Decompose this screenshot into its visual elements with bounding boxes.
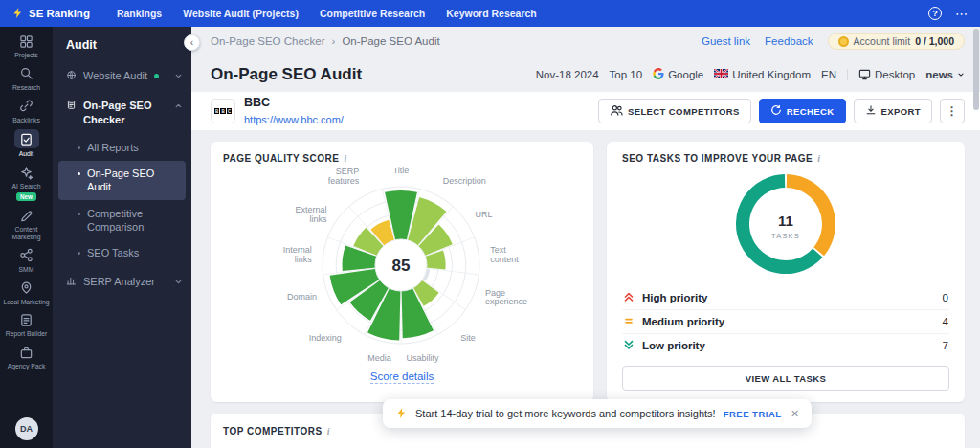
info-icon[interactable]: i bbox=[344, 153, 346, 164]
topbar-nav-keyword-research[interactable]: Keyword Research bbox=[446, 8, 537, 19]
kebab-menu-button[interactable]: ⋮ bbox=[940, 99, 965, 123]
rail-item-report-builder[interactable]: Report Builder bbox=[0, 308, 53, 341]
svg-text:Internallinks: Internallinks bbox=[283, 245, 313, 264]
bullet-icon bbox=[78, 172, 80, 175]
trial-toast: Start 14-day trial to get more keywords … bbox=[383, 399, 812, 428]
guest-link[interactable]: Guest link bbox=[702, 35, 750, 47]
site-url-link[interactable]: https://www.bbc.com/ bbox=[244, 114, 344, 125]
keyword-selector[interactable]: news bbox=[925, 69, 965, 80]
toast-text: Start 14-day trial to get more keywords … bbox=[415, 408, 716, 419]
rail-item-backlinks[interactable]: Backlinks bbox=[0, 95, 53, 127]
breadcrumb-row: On-Page SEO Checker › On-Page SEO Audit … bbox=[191, 27, 980, 56]
quality-card-header: PAGE QUALITY SCORE i bbox=[223, 153, 581, 164]
sidebar-item-competitive-comparison[interactable]: Competitive Comparison bbox=[58, 201, 186, 240]
view-all-tasks-button[interactable]: VIEW ALL TASKS bbox=[622, 366, 949, 391]
svg-text:Usability: Usability bbox=[406, 353, 439, 363]
topbar-nav-rankings[interactable]: Rankings bbox=[117, 8, 162, 19]
account-limit-pill[interactable]: Account limit 0 / 1,000 bbox=[828, 33, 965, 50]
sidebar-list: Website AuditOn-Page SEO CheckerAll Repo… bbox=[53, 61, 191, 297]
grid-icon bbox=[15, 33, 38, 50]
topbar-nav: RankingsWebsite Audit (Projects)Competit… bbox=[117, 8, 537, 19]
cards-row: PAGE QUALITY SCORE i 85TitleDescriptionU… bbox=[191, 130, 980, 402]
sidebar-item-on-page-seo-audit[interactable]: On-Page SEO Audit bbox=[58, 161, 186, 200]
content-icon bbox=[15, 207, 38, 224]
topbar-nav-competitive-research[interactable]: Competitive Research bbox=[320, 8, 425, 19]
sidebar-item-serp-analyzer[interactable]: SERP Analyzer bbox=[53, 267, 191, 297]
report-date[interactable]: Nov-18 2024 bbox=[536, 69, 599, 80]
smm-icon bbox=[15, 247, 38, 264]
new-badge: New bbox=[16, 192, 36, 201]
country-selector[interactable]: United Kingdom bbox=[714, 69, 811, 80]
recheck-button[interactable]: RECHECK bbox=[759, 99, 846, 123]
free-trial-link[interactable]: FREE TRIAL bbox=[724, 409, 782, 419]
svg-text:Domain: Domain bbox=[287, 292, 317, 302]
icon-rail: ProjectsResearchBacklinksAuditAI SearchN… bbox=[0, 27, 53, 448]
equals-icon bbox=[623, 315, 635, 328]
briefcase-icon bbox=[15, 344, 38, 361]
seo-tasks-card: SEO TASKS TO IMPROVE YOUR PAGE i 11TASKS… bbox=[607, 142, 965, 402]
more-options-icon[interactable]: ⋯ bbox=[955, 8, 969, 20]
sidebar: Audit Website AuditOn-Page SEO CheckerAl… bbox=[53, 27, 191, 448]
svg-text:Indexing: Indexing bbox=[309, 333, 342, 343]
svg-text:TASKS: TASKS bbox=[771, 232, 800, 240]
user-avatar[interactable]: DA bbox=[15, 417, 38, 440]
export-button[interactable]: EXPORT bbox=[854, 99, 932, 123]
topbar-right: ? ⋯ bbox=[928, 7, 969, 20]
rail-item-research[interactable]: Research bbox=[0, 62, 53, 95]
chevrons-down-icon bbox=[623, 339, 635, 352]
globe-icon bbox=[66, 70, 77, 83]
chevron-down-icon bbox=[174, 70, 183, 83]
brand[interactable]: SE Ranking bbox=[11, 7, 90, 21]
score-details-link[interactable]: Score details bbox=[370, 370, 434, 384]
device-selector[interactable]: Desktop bbox=[858, 68, 915, 82]
topbar-nav-website-audit-projects[interactable]: Website Audit (Projects) bbox=[183, 8, 299, 19]
sidebar-item-seo-tasks[interactable]: SEO Tasks bbox=[58, 240, 186, 265]
rail-item-local-marketing[interactable]: Local Marketing bbox=[0, 277, 53, 309]
help-icon[interactable]: ? bbox=[928, 7, 942, 20]
sidebar-collapse-button[interactable]: ‹ bbox=[184, 34, 200, 51]
svg-text:Site: Site bbox=[460, 333, 476, 343]
page-scrollbar[interactable] bbox=[973, 29, 979, 446]
priority-row-low-priority: Low priority7 bbox=[622, 333, 949, 357]
search-icon bbox=[15, 65, 38, 82]
rail-item-content-marketing[interactable]: Content Marketing bbox=[0, 204, 53, 244]
svg-text:11: 11 bbox=[778, 213, 793, 229]
chevrons-up-icon bbox=[623, 291, 635, 304]
info-icon[interactable]: i bbox=[817, 153, 820, 164]
select-competitors-button[interactable]: SELECT COMPETITORS bbox=[598, 99, 751, 123]
top-depth[interactable]: Top 10 bbox=[610, 69, 643, 80]
rail-item-ai-search[interactable]: AI SearchNew bbox=[0, 161, 53, 204]
language[interactable]: EN bbox=[821, 69, 836, 80]
brand-name: SE Ranking bbox=[29, 8, 90, 19]
info-icon[interactable]: i bbox=[327, 426, 330, 437]
close-icon[interactable]: × bbox=[791, 407, 799, 420]
breadcrumb-parent[interactable]: On-Page SEO Checker bbox=[211, 35, 325, 47]
scrollbar-thumb[interactable] bbox=[973, 29, 979, 110]
tasks-donut-container: 11TASKS bbox=[622, 168, 949, 280]
sparkle-icon bbox=[15, 164, 38, 181]
report-icon bbox=[15, 311, 38, 328]
page-title: On-Page SEO Audit bbox=[211, 65, 362, 84]
svg-text:Media: Media bbox=[368, 353, 391, 363]
chevron-up-icon bbox=[174, 100, 183, 113]
google-icon bbox=[653, 68, 664, 81]
rail-item-agency-pack[interactable]: Agency Pack bbox=[0, 341, 53, 373]
sidebar-item-website-audit[interactable]: Website Audit bbox=[53, 61, 191, 91]
feedback-link[interactable]: Feedback bbox=[765, 35, 813, 47]
status-dot bbox=[154, 74, 159, 78]
rail-item-audit[interactable]: Audit bbox=[0, 126, 53, 161]
rail-item-smm[interactable]: SMM bbox=[0, 244, 53, 277]
svg-text:URL: URL bbox=[475, 210, 492, 219]
page-header: On-Page SEO Audit Nov-18 2024 Top 10 Goo… bbox=[191, 56, 980, 92]
svg-text:Pageexperience: Pageexperience bbox=[485, 288, 527, 307]
seo-tasks-donut-chart: 11TASKS bbox=[729, 168, 842, 280]
coin-icon bbox=[838, 36, 849, 47]
account-limit-value: 0 / 1,000 bbox=[915, 35, 954, 47]
bullet-icon bbox=[78, 146, 80, 149]
sidebar-item-all-reports[interactable]: All Reports bbox=[58, 135, 186, 160]
rail-item-projects[interactable]: Projects bbox=[0, 30, 53, 62]
search-engine[interactable]: Google bbox=[653, 68, 703, 81]
sidebar-item-on-page-seo-checker[interactable]: On-Page SEO Checker bbox=[53, 91, 191, 134]
svg-text:Title: Title bbox=[393, 166, 410, 175]
link-icon bbox=[15, 98, 38, 115]
